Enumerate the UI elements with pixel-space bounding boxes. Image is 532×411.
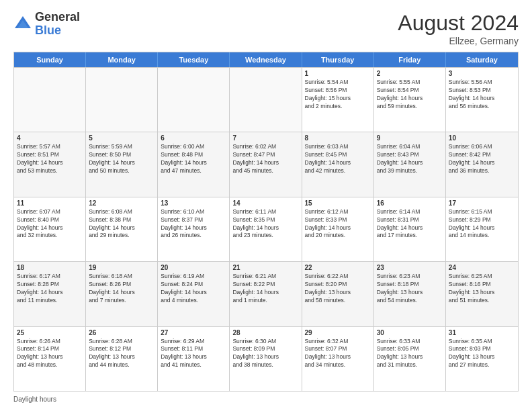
day-info: Sunrise: 6:02 AM Sunset: 8:47 PM Dayligh…: [232, 143, 298, 175]
day-number: 19: [89, 264, 154, 271]
day-cell-10: 10Sunrise: 6:06 AM Sunset: 8:42 PM Dayli…: [446, 132, 518, 196]
day-info: Sunrise: 6:12 AM Sunset: 8:33 PM Dayligh…: [305, 208, 371, 240]
calendar-row-1: 1Sunrise: 5:54 AM Sunset: 8:56 PM Daylig…: [14, 67, 518, 132]
day-of-week-tuesday: Tuesday: [158, 52, 230, 67]
day-info: Sunrise: 6:14 AM Sunset: 8:31 PM Dayligh…: [377, 208, 443, 240]
logo-icon: [13, 15, 32, 34]
day-info: Sunrise: 5:59 AM Sunset: 8:50 PM Dayligh…: [89, 143, 154, 175]
day-number: 9: [377, 134, 443, 142]
day-info: Sunrise: 6:06 AM Sunset: 8:42 PM Dayligh…: [449, 143, 515, 175]
day-number: 28: [232, 329, 298, 336]
month-title: August 2024: [398, 11, 519, 36]
day-number: 5: [89, 134, 154, 142]
day-info: Sunrise: 6:18 AM Sunset: 8:26 PM Dayligh…: [89, 273, 154, 305]
empty-cell: [14, 68, 86, 132]
day-of-week-friday: Friday: [374, 52, 446, 67]
day-number: 26: [89, 329, 154, 336]
day-number: 24: [449, 264, 515, 271]
day-info: Sunrise: 6:11 AM Sunset: 8:35 PM Dayligh…: [232, 208, 298, 240]
day-cell-19: 19Sunrise: 6:18 AM Sunset: 8:26 PM Dayli…: [86, 262, 158, 326]
day-cell-3: 3Sunrise: 5:56 AM Sunset: 8:53 PM Daylig…: [446, 68, 518, 132]
day-cell-2: 2Sunrise: 5:55 AM Sunset: 8:54 PM Daylig…: [374, 68, 446, 132]
day-of-week-sunday: Sunday: [14, 52, 86, 67]
day-number: 2: [377, 70, 443, 77]
day-cell-21: 21Sunrise: 6:21 AM Sunset: 8:22 PM Dayli…: [230, 262, 302, 326]
day-number: 21: [232, 264, 298, 271]
calendar-header: SundayMondayTuesdayWednesdayThursdayFrid…: [14, 52, 518, 67]
day-cell-17: 17Sunrise: 6:15 AM Sunset: 8:29 PM Dayli…: [446, 197, 518, 261]
day-info: Sunrise: 6:28 AM Sunset: 8:12 PM Dayligh…: [89, 338, 154, 370]
day-cell-6: 6Sunrise: 6:00 AM Sunset: 8:48 PM Daylig…: [158, 132, 230, 196]
day-info: Sunrise: 6:29 AM Sunset: 8:11 PM Dayligh…: [161, 338, 226, 370]
day-number: 13: [161, 199, 226, 207]
day-number: 16: [377, 199, 443, 207]
day-cell-16: 16Sunrise: 6:14 AM Sunset: 8:31 PM Dayli…: [374, 197, 446, 261]
day-cell-4: 4Sunrise: 5:57 AM Sunset: 8:51 PM Daylig…: [14, 132, 86, 196]
day-cell-31: 31Sunrise: 6:35 AM Sunset: 8:03 PM Dayli…: [446, 327, 518, 391]
day-info: Sunrise: 6:19 AM Sunset: 8:24 PM Dayligh…: [161, 273, 226, 305]
empty-cell: [158, 68, 230, 132]
page: General Blue August 2024 Ellzee, Germany…: [0, 0, 532, 411]
daylight-label: Daylight hours: [13, 396, 56, 403]
day-cell-25: 25Sunrise: 6:26 AM Sunset: 8:14 PM Dayli…: [14, 327, 86, 391]
empty-cell: [86, 68, 158, 132]
day-number: 1: [305, 70, 371, 77]
logo-blue: Blue: [35, 24, 80, 38]
day-cell-12: 12Sunrise: 6:08 AM Sunset: 8:38 PM Dayli…: [86, 197, 158, 261]
day-cell-27: 27Sunrise: 6:29 AM Sunset: 8:11 PM Dayli…: [158, 327, 230, 391]
calendar-row-3: 11Sunrise: 6:07 AM Sunset: 8:40 PM Dayli…: [14, 197, 518, 261]
day-cell-23: 23Sunrise: 6:23 AM Sunset: 8:18 PM Dayli…: [374, 262, 446, 326]
day-number: 30: [377, 329, 443, 336]
day-of-week-thursday: Thursday: [302, 52, 374, 67]
day-number: 29: [305, 329, 371, 336]
day-number: 23: [377, 264, 443, 271]
day-info: Sunrise: 6:07 AM Sunset: 8:40 PM Dayligh…: [17, 208, 83, 240]
day-of-week-monday: Monday: [86, 52, 158, 67]
calendar-row-4: 18Sunrise: 6:17 AM Sunset: 8:28 PM Dayli…: [14, 261, 518, 326]
day-info: Sunrise: 6:35 AM Sunset: 8:03 PM Dayligh…: [449, 338, 515, 370]
calendar-row-5: 25Sunrise: 6:26 AM Sunset: 8:14 PM Dayli…: [14, 326, 518, 391]
day-cell-5: 5Sunrise: 5:59 AM Sunset: 8:50 PM Daylig…: [86, 132, 158, 196]
day-info: Sunrise: 6:03 AM Sunset: 8:45 PM Dayligh…: [305, 143, 371, 175]
day-info: Sunrise: 6:25 AM Sunset: 8:16 PM Dayligh…: [449, 273, 515, 305]
day-info: Sunrise: 5:57 AM Sunset: 8:51 PM Dayligh…: [17, 143, 83, 175]
day-info: Sunrise: 6:08 AM Sunset: 8:38 PM Dayligh…: [89, 208, 154, 240]
day-info: Sunrise: 6:04 AM Sunset: 8:43 PM Dayligh…: [377, 143, 443, 175]
footer: Daylight hours: [13, 396, 519, 403]
day-cell-1: 1Sunrise: 5:54 AM Sunset: 8:56 PM Daylig…: [302, 68, 374, 132]
day-info: Sunrise: 5:56 AM Sunset: 8:53 PM Dayligh…: [449, 79, 515, 111]
day-number: 3: [449, 70, 515, 77]
day-number: 10: [449, 134, 515, 142]
day-cell-26: 26Sunrise: 6:28 AM Sunset: 8:12 PM Dayli…: [86, 327, 158, 391]
day-info: Sunrise: 6:22 AM Sunset: 8:20 PM Dayligh…: [305, 273, 371, 305]
day-number: 14: [232, 199, 298, 207]
day-number: 6: [161, 134, 226, 142]
day-cell-18: 18Sunrise: 6:17 AM Sunset: 8:28 PM Dayli…: [14, 262, 86, 326]
day-number: 4: [17, 134, 83, 142]
day-cell-8: 8Sunrise: 6:03 AM Sunset: 8:45 PM Daylig…: [302, 132, 374, 196]
day-cell-20: 20Sunrise: 6:19 AM Sunset: 8:24 PM Dayli…: [158, 262, 230, 326]
logo-general: General: [35, 11, 80, 24]
day-info: Sunrise: 6:15 AM Sunset: 8:29 PM Dayligh…: [449, 208, 515, 240]
day-number: 8: [305, 134, 371, 142]
day-info: Sunrise: 5:54 AM Sunset: 8:56 PM Dayligh…: [305, 79, 371, 111]
day-number: 7: [232, 134, 298, 142]
day-cell-29: 29Sunrise: 6:32 AM Sunset: 8:07 PM Dayli…: [302, 327, 374, 391]
day-number: 11: [17, 199, 83, 207]
calendar: SundayMondayTuesdayWednesdayThursdayFrid…: [13, 52, 519, 392]
location-title: Ellzee, Germany: [398, 36, 519, 46]
day-of-week-wednesday: Wednesday: [230, 52, 302, 67]
day-cell-11: 11Sunrise: 6:07 AM Sunset: 8:40 PM Dayli…: [14, 197, 86, 261]
day-cell-30: 30Sunrise: 6:33 AM Sunset: 8:05 PM Dayli…: [374, 327, 446, 391]
title-block: August 2024 Ellzee, Germany: [398, 11, 519, 46]
day-info: Sunrise: 6:32 AM Sunset: 8:07 PM Dayligh…: [305, 338, 371, 370]
day-info: Sunrise: 6:21 AM Sunset: 8:22 PM Dayligh…: [232, 273, 298, 305]
header: General Blue August 2024 Ellzee, Germany: [13, 11, 519, 46]
day-cell-28: 28Sunrise: 6:30 AM Sunset: 8:09 PM Dayli…: [230, 327, 302, 391]
day-cell-22: 22Sunrise: 6:22 AM Sunset: 8:20 PM Dayli…: [302, 262, 374, 326]
day-cell-7: 7Sunrise: 6:02 AM Sunset: 8:47 PM Daylig…: [230, 132, 302, 196]
day-cell-14: 14Sunrise: 6:11 AM Sunset: 8:35 PM Dayli…: [230, 197, 302, 261]
day-number: 20: [161, 264, 226, 271]
logo-text: General Blue: [35, 11, 80, 38]
day-info: Sunrise: 6:00 AM Sunset: 8:48 PM Dayligh…: [161, 143, 226, 175]
